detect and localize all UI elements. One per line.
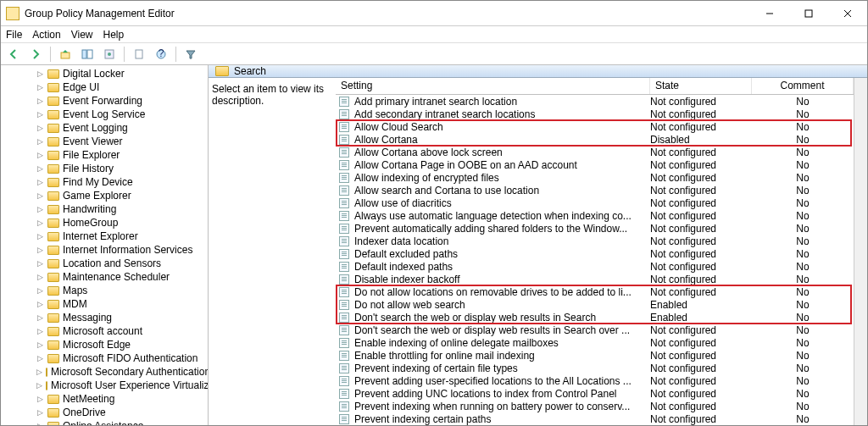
tree-item[interactable]: ▷Event Viewer <box>1 135 208 148</box>
expand-icon[interactable]: ▷ <box>36 233 44 241</box>
tree-item[interactable]: ▷Maps <box>1 284 208 297</box>
expand-icon[interactable]: ▷ <box>36 111 44 119</box>
expand-icon[interactable]: ▷ <box>36 301 44 308</box>
expand-icon[interactable]: ▷ <box>36 287 44 295</box>
close-button[interactable] <box>828 1 867 26</box>
table-row[interactable]: Allow Cloud SearchNot configuredNo <box>336 120 854 133</box>
forward-icon[interactable] <box>26 45 45 64</box>
expand-icon[interactable]: ▷ <box>36 355 44 362</box>
tree-item[interactable]: ▷Find My Device <box>1 175 208 189</box>
expand-icon[interactable]: ▷ <box>36 138 44 146</box>
expand-icon[interactable]: ▷ <box>36 70 44 78</box>
table-row[interactable]: Default excluded pathsNot configuredNo <box>336 247 854 260</box>
tree-item[interactable]: ▷Location and Sensors <box>1 257 208 270</box>
table-row[interactable]: Allow CortanaDisabledNo <box>336 133 854 146</box>
back-icon[interactable] <box>4 45 23 64</box>
tree-item[interactable]: ▷Online Assistance <box>1 419 208 425</box>
refresh-icon[interactable] <box>100 45 119 64</box>
table-row[interactable]: Disable indexer backoffNot configuredNo <box>336 273 854 285</box>
tree-item[interactable]: ▷Microsoft account <box>1 324 208 338</box>
tree-item[interactable]: ▷MDM <box>1 297 208 311</box>
table-row[interactable]: Allow Cortana Page in OOBE on an AAD acc… <box>336 158 854 171</box>
table-row[interactable]: Don't search the web or display web resu… <box>336 324 854 336</box>
tree-item[interactable]: ▷Messaging <box>1 311 208 324</box>
tree-item[interactable]: ▷Microsoft Secondary Authentication Fac <box>1 365 208 379</box>
expand-icon[interactable]: ▷ <box>36 165 44 173</box>
tree-item[interactable]: ▷NetMeeting <box>1 392 208 406</box>
col-comment[interactable]: Comment <box>752 78 854 94</box>
table-row[interactable]: Enable throttling for online mail indexi… <box>336 349 854 362</box>
tree-item[interactable]: ▷File History <box>1 162 208 175</box>
expand-icon[interactable]: ▷ <box>36 206 44 213</box>
expand-icon[interactable]: ▷ <box>36 396 44 403</box>
tree-item[interactable]: ▷File Explorer <box>1 148 208 162</box>
up-icon[interactable] <box>56 45 75 64</box>
table-row[interactable]: Prevent adding user-specified locations … <box>336 374 854 387</box>
col-setting[interactable]: Setting <box>336 78 650 94</box>
expand-icon[interactable]: ▷ <box>36 368 42 376</box>
tree-item[interactable]: ▷Digital Locker <box>1 67 208 80</box>
expand-icon[interactable]: ▷ <box>36 97 44 105</box>
tree-item[interactable]: ▷HomeGroup <box>1 216 208 230</box>
help-icon[interactable]: ? <box>152 45 170 64</box>
table-row[interactable]: Prevent adding UNC locations to index fr… <box>336 387 854 400</box>
minimize-button[interactable] <box>750 1 789 26</box>
expand-icon[interactable]: ▷ <box>36 260 44 268</box>
table-row[interactable]: Prevent indexing when running on battery… <box>336 400 854 412</box>
tree-item[interactable]: ▷Game Explorer <box>1 189 208 202</box>
table-row[interactable]: Always use automatic language detection … <box>336 209 854 222</box>
tree-item[interactable]: ▷Internet Explorer <box>1 230 208 243</box>
tree-pane[interactable]: ▷Digital Locker▷Edge UI▷Event Forwarding… <box>1 65 209 425</box>
tree-item[interactable]: ▷Microsoft User Experience Virtualizatio… <box>1 379 208 392</box>
table-row[interactable]: Prevent indexing certain pathsNot config… <box>336 412 854 425</box>
tree-item[interactable]: ▷Edge UI <box>1 80 208 94</box>
table-row[interactable]: Do not allow locations on removable driv… <box>336 285 854 298</box>
table-row[interactable]: Indexer data locationNot configuredNo <box>336 235 854 247</box>
show-hide-tree-icon[interactable] <box>78 45 97 64</box>
expand-icon[interactable]: ▷ <box>36 341 44 349</box>
table-row[interactable]: Add secondary intranet search locationsN… <box>336 108 854 120</box>
menu-help[interactable]: Help <box>103 29 125 41</box>
export-icon[interactable] <box>130 45 148 64</box>
tree-item[interactable]: ▷Internet Information Services <box>1 243 208 257</box>
table-row[interactable]: Allow use of diacriticsNot configuredNo <box>336 196 854 209</box>
tree-item[interactable]: ▷Microsoft FIDO Authentication <box>1 351 208 365</box>
maximize-button[interactable] <box>789 1 828 26</box>
expand-icon[interactable]: ▷ <box>36 409 44 417</box>
expand-icon[interactable]: ▷ <box>36 274 44 281</box>
expand-icon[interactable]: ▷ <box>36 84 44 91</box>
expand-icon[interactable]: ▷ <box>36 192 44 200</box>
table-row[interactable]: Do not allow web searchEnabledNo <box>336 298 854 311</box>
tree-item[interactable]: ▷OneDrive <box>1 406 208 419</box>
expand-icon[interactable]: ▷ <box>36 382 42 390</box>
tree-item[interactable]: ▷Maintenance Scheduler <box>1 270 208 284</box>
filter-icon[interactable] <box>181 45 200 64</box>
table-row[interactable]: Prevent automatically adding shared fold… <box>336 222 854 235</box>
table-row[interactable]: Don't search the web or display web resu… <box>336 311 854 324</box>
tree-item[interactable]: ▷Handwriting <box>1 202 208 216</box>
menu-view[interactable]: View <box>71 29 93 41</box>
table-row[interactable]: Allow search and Cortana to use location… <box>336 184 854 196</box>
expand-icon[interactable]: ▷ <box>36 423 44 426</box>
table-row[interactable]: Enable indexing of online delegate mailb… <box>336 336 854 349</box>
tree-item[interactable]: ▷Event Logging <box>1 121 208 135</box>
table-row[interactable]: Allow Cortana above lock screenNot confi… <box>336 146 854 158</box>
table-header[interactable]: Setting State Comment <box>336 78 854 95</box>
table-row[interactable]: Add primary intranet search locationNot … <box>336 95 854 108</box>
table-row[interactable]: Default indexed pathsNot configuredNo <box>336 260 854 273</box>
tree-item[interactable]: ▷Event Forwarding <box>1 94 208 108</box>
expand-icon[interactable]: ▷ <box>36 219 44 227</box>
table-row[interactable]: Allow indexing of encrypted filesNot con… <box>336 171 854 184</box>
tree-item[interactable]: ▷Microsoft Edge <box>1 338 208 351</box>
expand-icon[interactable]: ▷ <box>36 314 44 322</box>
expand-icon[interactable]: ▷ <box>36 179 44 186</box>
menu-action[interactable]: Action <box>32 29 60 41</box>
table-row[interactable]: Prevent indexing of certain file typesNo… <box>336 362 854 374</box>
tree-item[interactable]: ▷Event Log Service <box>1 108 208 121</box>
expand-icon[interactable]: ▷ <box>36 152 44 159</box>
scrollbar[interactable] <box>854 78 867 425</box>
settings-table[interactable]: Setting State Comment Add primary intran… <box>336 78 854 425</box>
expand-icon[interactable]: ▷ <box>36 124 44 132</box>
menu-file[interactable]: File <box>6 29 22 41</box>
expand-icon[interactable]: ▷ <box>36 328 44 335</box>
